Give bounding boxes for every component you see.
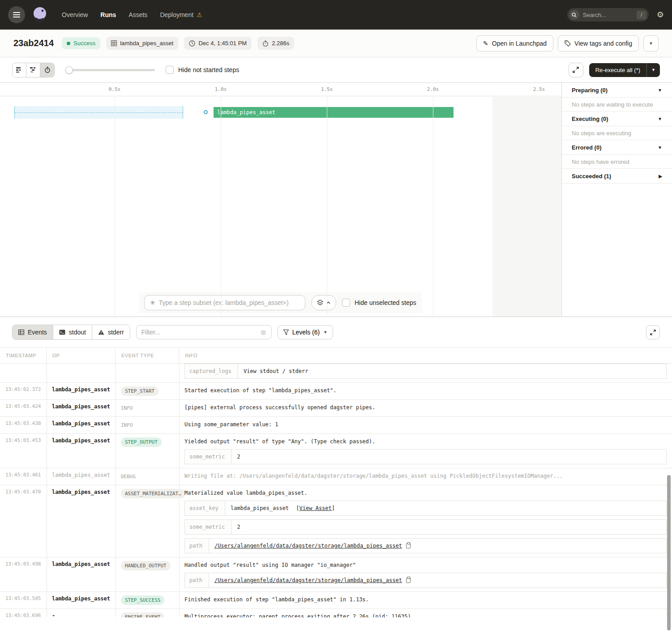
event-type-badge: INFO <box>121 420 133 430</box>
nav-item-assets[interactable]: Assets <box>128 11 147 18</box>
view-asset-link[interactable]: View Asset <box>300 505 332 511</box>
sidebar-section-preparing[interactable]: Preparing (0)▼ <box>562 83 672 98</box>
settings-gear-icon[interactable]: ⚙ <box>657 10 664 20</box>
view-tags-config-button[interactable]: View tags and config <box>558 35 639 51</box>
nav-item-runs[interactable]: Runs <box>100 11 116 18</box>
axis-tick-label: 1.5s <box>321 86 333 92</box>
log-row[interactable]: 13:45:03.498lambda_pipes_assetHANDLED_OU… <box>0 557 672 592</box>
log-timestamp: 13:45:03.696 <box>0 609 47 617</box>
nav-item-deployment[interactable]: Deployment⚠ <box>160 11 202 18</box>
metadata-key: some_metric <box>185 520 231 534</box>
status-dot-icon <box>67 42 70 45</box>
tab-stderr[interactable]: stderr <box>92 325 130 339</box>
log-row[interactable]: 13:45:03.461lambda_pipes_assetDEBUGWriti… <box>0 468 672 485</box>
warning-icon: ⚠ <box>197 11 202 18</box>
event-type-badge: STEP_START <box>121 386 158 396</box>
log-row[interactable]: 13:45:03.505lambda_pipes_assetSTEP_SUCCE… <box>0 592 672 609</box>
log-row[interactable]: 13:45:02.372lambda_pipes_assetSTEP_START… <box>0 383 672 400</box>
log-event-type: INFO <box>116 400 179 416</box>
copy-icon[interactable] <box>406 578 411 583</box>
gantt-bottom-controls: ✳ Type a step subset (ex: lambda_pipes_a… <box>139 292 422 313</box>
col-event-type: EVENT TYPE <box>116 348 179 363</box>
log-op: lambda_pipes_asset <box>47 485 116 557</box>
run-actions-dropdown-button[interactable]: ▼ <box>643 35 659 51</box>
log-row[interactable]: 13:45:03.696-ENGINE_EVENTMultiprocess ex… <box>0 609 672 617</box>
step-subset-input[interactable]: ✳ Type a step subset (ex: lambda_pipes_a… <box>144 295 305 310</box>
metadata-key: path <box>185 573 209 587</box>
reexecute-all-button[interactable]: Re-execute all (*) ▼ <box>589 63 660 77</box>
metadata-value: 2 <box>231 520 666 534</box>
log-scrollbar-thumb[interactable] <box>667 475 671 630</box>
log-op: lambda_pipes_asset <box>47 557 116 591</box>
tab-events[interactable]: Events <box>13 325 53 339</box>
graph-query-options-button[interactable] <box>311 295 336 310</box>
sidebar-section-executing[interactable]: Executing (0)▼ <box>562 111 672 126</box>
view-mode-timed-button[interactable] <box>40 63 54 77</box>
metadata-entry: captured_logsView stdout / stderr <box>184 364 667 379</box>
slider-knob[interactable] <box>65 66 73 74</box>
view-mode-waterfall-button[interactable] <box>26 63 40 77</box>
log-timestamp: 13:45:03.453 <box>0 434 47 468</box>
run-header: 23ab2414 Success lambda_pipes_asset Dec … <box>0 30 672 57</box>
warning-triangle-icon <box>98 330 104 335</box>
clear-filter-icon[interactable]: ⊗ <box>260 328 266 337</box>
levels-dropdown-button[interactable]: Levels (6) ▼ <box>278 325 333 339</box>
metadata-entry: path/Users/alangenfeld/data/dagster/stor… <box>184 538 667 553</box>
path-link[interactable]: /Users/alangenfeld/data/dagster/storage/… <box>214 576 402 584</box>
sidebar-section-errored[interactable]: Errored (0)▼ <box>562 140 672 155</box>
dagster-logo-icon[interactable] <box>30 5 49 24</box>
log-row[interactable]: 13:45:03.470lambda_pipes_assetASSET_MATE… <box>0 485 672 557</box>
nav-item-overview[interactable]: Overview <box>62 11 88 18</box>
path-link[interactable]: /Users/alangenfeld/data/dagster/storage/… <box>214 542 402 550</box>
search-input[interactable]: Search... / <box>567 8 649 21</box>
status-badge: Success <box>62 37 100 49</box>
copy-icon[interactable] <box>406 543 411 548</box>
reexecute-dropdown-caret[interactable]: ▼ <box>647 63 660 77</box>
run-duration: 2.286s <box>257 37 294 50</box>
sidebar-section-body: No steps have errored <box>562 155 672 169</box>
log-filter-input[interactable]: Filter... ⊗ <box>136 325 272 339</box>
metadata-key: path <box>185 539 209 553</box>
sidebar-section-body: No steps are executing <box>562 126 672 140</box>
log-row[interactable]: 13:45:03.438lambda_pipes_assetINFOUsing … <box>0 417 672 434</box>
nav-items: OverviewRunsAssetsDeployment⚠ <box>62 11 202 18</box>
gantt-zoom-slider[interactable] <box>65 66 155 74</box>
expand-icon <box>573 67 579 73</box>
tab-stdout[interactable]: stdout <box>53 325 92 339</box>
log-op: lambda_pipes_asset <box>47 434 116 468</box>
log-op <box>47 364 116 382</box>
log-event-type: STEP_START <box>116 383 179 399</box>
col-timestamp: TIMESTAMP <box>0 348 47 363</box>
sidebar-section-succeeded[interactable]: Succeeded (1)▶ <box>562 169 672 184</box>
clock-icon <box>189 40 195 47</box>
log-op: - <box>47 609 116 617</box>
log-row[interactable]: captured_logsView stdout / stderr <box>0 364 672 383</box>
log-tabs: Events stdout stderr <box>12 325 130 340</box>
gantt-fullscreen-button[interactable] <box>569 63 583 77</box>
asset-tag-label: lambda_pipes_asset <box>120 40 173 47</box>
log-row[interactable]: 13:45:03.453lambda_pipes_assetSTEP_OUTPU… <box>0 434 672 468</box>
metadata-value: /Users/alangenfeld/data/dagster/storage/… <box>209 573 666 587</box>
log-row[interactable]: 13:45:03.424lambda_pipes_assetINFO[pipes… <box>0 400 672 417</box>
log-filter-placeholder: Filter... <box>141 329 261 336</box>
view-mode-flat-button[interactable] <box>13 63 26 77</box>
hamburger-menu-button[interactable] <box>8 6 25 23</box>
hide-unselected-checkbox[interactable] <box>342 299 350 307</box>
log-rows: captured_logsView stdout / stderr13:45:0… <box>0 364 672 617</box>
gantt-step-bar[interactable]: lambda_pipes_asset <box>214 107 454 118</box>
run-duration-label: 2.286s <box>272 40 289 47</box>
event-type-badge: HANDLED_OUTPUT <box>121 561 171 570</box>
gantt-toolbar: Hide not started steps Re-execute all (*… <box>0 57 672 83</box>
log-table-header: TIMESTAMP OP EVENT TYPE INFO <box>0 347 672 364</box>
chevron-down-icon: ▼ <box>658 88 662 93</box>
hide-not-started-checkbox-row[interactable]: Hide not started steps <box>166 66 239 74</box>
step-status-sidebar: Preparing (0)▼No steps are waiting to ex… <box>562 83 672 317</box>
log-op: lambda_pipes_asset <box>47 383 116 399</box>
log-info: Using some_parameter value: 1 <box>179 417 672 433</box>
chevron-right-icon: ▶ <box>659 174 662 179</box>
log-fullscreen-button[interactable] <box>646 326 660 339</box>
open-in-launchpad-button[interactable]: ✎ Open in Launchpad <box>476 35 553 51</box>
hide-unselected-checkbox-row[interactable]: Hide unselected steps <box>342 299 416 307</box>
asset-tag[interactable]: lambda_pipes_asset <box>106 37 178 50</box>
hide-not-started-checkbox[interactable] <box>166 66 174 74</box>
